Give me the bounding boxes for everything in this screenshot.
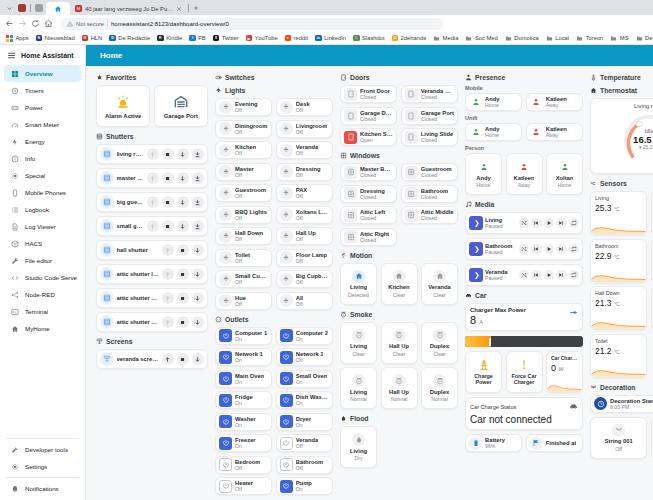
light-card-toilet[interactable]: Toilet Off [215, 249, 272, 267]
sidebar-item-energy[interactable]: Energy [4, 133, 81, 150]
light-card-diningroom[interactable]: Diningroom Off [215, 120, 272, 138]
bookmark-reddit[interactable]: rreddit [285, 35, 309, 42]
shuffle-button[interactable] [519, 270, 530, 281]
sensor-card-living[interactable]: Living 25.3 °C [590, 191, 647, 235]
stop-cover-button[interactable] [162, 172, 175, 185]
cover-row-attic-shutter[interactable]: attic shutter … [96, 312, 208, 332]
open-cover-button[interactable] [162, 244, 175, 257]
smoke-card-duplex[interactable]: Duplex Normal [421, 367, 458, 409]
open-cover-button[interactable] [147, 220, 160, 233]
smoke-card-hall-up[interactable]: Hall Up Clear [381, 322, 418, 364]
door-card-garage-door[interactable]: Garage Door Closed [340, 107, 397, 125]
outlet-card-washer[interactable]: Washer On [215, 413, 272, 431]
stop-cover-button[interactable] [177, 316, 190, 329]
forward-icon[interactable] [18, 19, 27, 28]
back-icon[interactable] [5, 19, 14, 28]
close-cover-button[interactable] [177, 148, 190, 161]
outlet-card-main-oven[interactable]: Main Oven On [215, 370, 272, 388]
sidebar-item-node-red[interactable]: Node-RED [4, 286, 81, 303]
repeat-button[interactable] [569, 244, 580, 255]
play-button[interactable] [544, 244, 555, 255]
window-card-guestroom[interactable]: Guestroom Closed [401, 163, 458, 181]
sidebar-item-myhome[interactable]: MyHome [4, 320, 81, 337]
motion-card-living[interactable]: Living Detected [340, 263, 377, 305]
sidebar-item-hacs[interactable]: HACS [4, 235, 81, 252]
new-tab-button[interactable] [190, 2, 202, 14]
close-cover-button[interactable] [192, 244, 205, 257]
sidebar-item-notifications[interactable]: Notifications [4, 480, 81, 497]
bookmark-media[interactable]: Media [433, 35, 458, 42]
stop-cover-button[interactable] [162, 196, 175, 209]
outlet-card-computer-1[interactable]: Computer 1 On [215, 327, 272, 345]
window-card-attic-left[interactable]: Attic Left Closed [340, 206, 397, 224]
sidebar-item-overview[interactable]: Overview [4, 65, 81, 82]
string-light-card-string-001[interactable]: String 001 Off [590, 417, 647, 459]
door-card-veranda-slide[interactable]: Veranda Slide Closed [401, 85, 458, 103]
bookmark-de-redactie[interactable]: DDe Redactie [109, 35, 150, 42]
bookmark-nieuwsblad[interactable]: NNieuwsblad [36, 35, 75, 42]
cover-row-veranda-scre[interactable]: veranda scre… [96, 349, 208, 369]
next-track-button[interactable] [556, 270, 567, 281]
light-card-dressing[interactable]: Dressing Off [276, 163, 333, 181]
previous-track-button[interactable] [531, 218, 542, 229]
flood-card-living[interactable]: Living Dry [340, 426, 377, 468]
favorite-tile-alarm-active[interactable]: Alarm Active [96, 85, 150, 127]
light-card-evening[interactable]: Evening Off [215, 98, 272, 116]
outlet-card-heater[interactable]: Heater Off [215, 477, 272, 495]
bookmark-apps[interactable]: Apps [6, 35, 29, 42]
home-button-icon[interactable] [44, 19, 53, 28]
sidebar-item-logbook[interactable]: Logbook [4, 201, 81, 218]
cover-row-attic-shutter[interactable]: attic shutter … [96, 288, 208, 308]
presence-card-andy[interactable]: Andy Home [465, 123, 522, 141]
outlet-card-freezer[interactable]: Freezer On [215, 434, 272, 452]
sidebar-item-info[interactable]: Info [4, 150, 81, 167]
outlet-card-network-1[interactable]: Network 1 On [215, 348, 272, 366]
sensor-card-bathroom[interactable]: Bathroom 22.9 °C [590, 239, 647, 283]
bookmark-2dehands[interactable]: 22dehands [392, 35, 426, 42]
smoke-card-hall-up[interactable]: Hall Up Normal [381, 367, 418, 409]
sidebar-item-mobile-phones[interactable]: Mobile Phones [4, 184, 81, 201]
dial-handle[interactable] [636, 121, 642, 127]
smoke-card-duplex[interactable]: Duplex Clear [421, 322, 458, 364]
stop-cover-button[interactable] [177, 244, 190, 257]
charger-max-power-slider[interactable] [465, 336, 583, 347]
media-player-living[interactable]: LivingPaused [465, 212, 583, 234]
cover-row-living-room-s[interactable]: living room s… [96, 144, 208, 164]
close-cover-button[interactable] [177, 172, 190, 185]
close-cover-button[interactable] [177, 196, 190, 209]
open-cover-button[interactable] [147, 196, 160, 209]
force-car-charger-button[interactable]: Force Car Charger [506, 351, 543, 393]
light-card-hue[interactable]: Hue Off [215, 292, 272, 310]
light-card-big-cupboard[interactable]: Big Cupboard Off [276, 270, 333, 288]
article-tab[interactable]: H 40 jaar lang verzweeg Jo De Pu… [70, 2, 187, 15]
presence-card-andy[interactable]: Andy Home [465, 93, 522, 111]
outlet-card-pump[interactable]: Pump On [276, 477, 333, 495]
cover-row-attic-shutter-l[interactable]: attic shutter l… [96, 264, 208, 284]
close-tilt-button[interactable] [192, 148, 205, 161]
next-track-button[interactable] [556, 218, 567, 229]
light-card-bbq-lights[interactable]: BBQ Lights Off [215, 206, 272, 224]
view-tab-home[interactable]: Home [100, 51, 122, 60]
stop-cover-button[interactable] [162, 220, 175, 233]
finished-at-card[interactable]: Finished at [526, 434, 583, 452]
favorite-tile-garage-port[interactable]: Garage Port [154, 85, 208, 127]
tab-search-caret-icon[interactable] [3, 2, 15, 14]
light-card-master[interactable]: Master Off [215, 163, 272, 181]
open-cover-button[interactable] [162, 268, 175, 281]
car-charging-power-card[interactable]: Car Char… 0 W [546, 351, 583, 393]
window-card-attic-right[interactable]: Attic Right Closed [340, 228, 397, 246]
window-card-dressing[interactable]: Dressing Closed [340, 185, 397, 203]
outlet-card-bedroom[interactable]: Bedroom Off [215, 456, 272, 474]
close-tilt-button[interactable] [192, 220, 205, 233]
car-charge-status-card[interactable]: Car Charge Status Car not connected [465, 397, 583, 430]
media-player-bathroom[interactable]: BathroomPaused [465, 238, 583, 260]
outlet-card-veranda[interactable]: Veranda Off [276, 434, 333, 452]
person-card-katleen[interactable]: Katleen Away [506, 153, 543, 195]
refresh-icon[interactable] [31, 19, 40, 28]
bookmark-soc-med[interactable]: Soc Med [465, 35, 497, 42]
sidebar-item-power[interactable]: Power [4, 99, 81, 116]
next-track-button[interactable] [556, 244, 567, 255]
sidebar-item-developer-tools[interactable]: Developer tools [4, 441, 81, 458]
stop-cover-button[interactable] [177, 353, 190, 366]
play-button[interactable] [544, 218, 555, 229]
